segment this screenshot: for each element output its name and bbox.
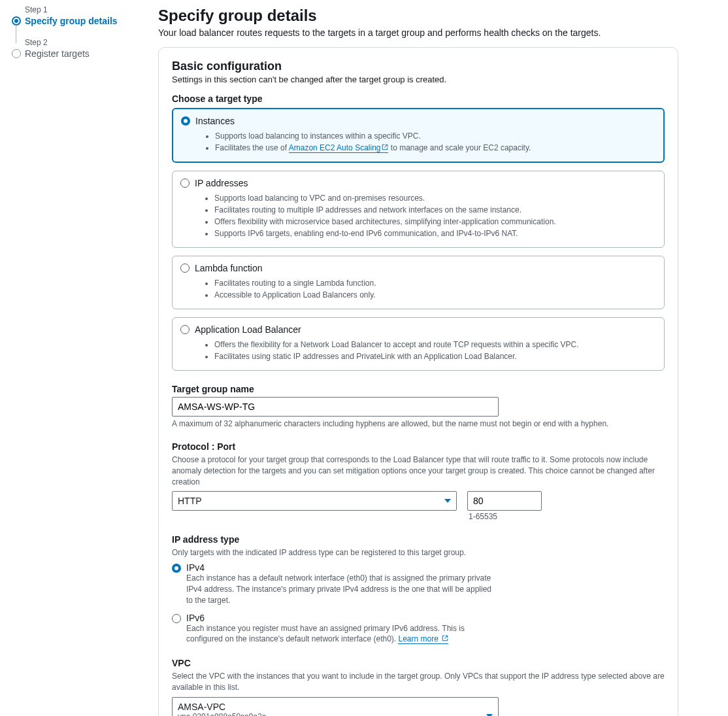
ip-type-ipv6-radio[interactable] [172, 614, 181, 623]
vpc-select-name: AMSA-VPC [178, 702, 480, 712]
basic-config-note: Settings in this section can't be change… [172, 75, 665, 84]
step-1-title: Specify group details [25, 16, 150, 26]
ip-type-ipv4-radio[interactable] [172, 564, 181, 573]
protocol-port-label: Protocol : Port [172, 441, 665, 452]
step-1-number: Step 1 [25, 5, 150, 14]
vpc-select[interactable]: AMSA-VPC vpc-0291a988e50ca9a2a IPv4 VPC … [172, 697, 499, 716]
ip-bullet-2: Facilitates routing to multiple IP addre… [214, 204, 656, 216]
step-2-indicator-icon [12, 49, 21, 58]
target-type-alb-title: Application Load Balancer [195, 324, 301, 335]
wizard-steps-sidebar: Step 1 Specify group details Step 2 Regi… [0, 0, 150, 716]
ip-type-ipv6-title: IPv6 [186, 613, 665, 623]
target-type-alb-radio[interactable] [180, 325, 190, 334]
target-type-instances-tile[interactable]: Instances Supports load balancing to ins… [172, 108, 665, 163]
port-range-help: 1-65535 [467, 512, 542, 521]
vpc-help: Select the VPC with the instances that y… [172, 671, 665, 693]
ip-address-type-help: Only targets with the indicated IP addre… [172, 547, 665, 558]
wizard-step-2[interactable]: Step 2 Register targets [12, 38, 150, 59]
ip-type-ipv4-desc: Each instance has a default network inte… [186, 573, 500, 605]
ip-bullet-3: Offers flexibility with microservice bas… [214, 216, 656, 228]
protocol-select[interactable]: HTTP [172, 491, 457, 511]
choose-target-type-label: Choose a target type [172, 94, 665, 104]
target-type-lambda-title: Lambda function [195, 263, 263, 273]
caret-down-icon [444, 499, 451, 503]
ip-type-ipv6-desc: Each instance you register must have an … [186, 623, 500, 645]
target-type-instances-radio[interactable] [181, 116, 190, 126]
target-type-lambda-tile[interactable]: Lambda function Facilitates routing to a… [172, 256, 665, 309]
target-type-instances-title: Instances [195, 116, 235, 126]
ip-type-ipv4-title: IPv4 [186, 562, 665, 573]
lambda-bullet-1: Facilitates routing to a single Lambda f… [214, 277, 656, 289]
step-2-title: Register targets [25, 48, 150, 59]
target-type-ip-title: IP addresses [195, 178, 248, 188]
instances-bullet-2: Facilitates the use of Amazon EC2 Auto S… [215, 142, 655, 154]
target-type-alb-tile[interactable]: Application Load Balancer Offers the fle… [172, 317, 665, 371]
ipv6-learn-more-link[interactable]: Learn more [398, 634, 448, 644]
basic-configuration-panel: Basic configuration Settings in this sec… [158, 47, 678, 716]
alb-bullet-1: Offers the flexibility for a Network Loa… [214, 339, 656, 350]
step-2-number: Step 2 [25, 38, 150, 47]
instances-bullet-1: Supports load balancing to instances wit… [215, 130, 655, 142]
page-title: Specify group details [158, 7, 678, 25]
protocol-select-value: HTTP [178, 496, 202, 506]
ip-type-ipv6-option[interactable]: IPv6 Each instance you register must hav… [172, 613, 665, 645]
target-group-name-help: A maximum of 32 alphanumeric characters … [172, 419, 665, 428]
wizard-step-1[interactable]: Step 1 Specify group details [12, 5, 150, 26]
target-group-name-label: Target group name [172, 384, 665, 394]
target-group-name-input[interactable] [172, 397, 499, 417]
alb-bullet-2: Facilitates using static IP addresses an… [214, 350, 656, 362]
auto-scaling-link[interactable]: Amazon EC2 Auto Scaling [289, 143, 389, 153]
vpc-select-id: vpc-0291a988e50ca9a2a [178, 712, 480, 716]
page-subtitle: Your load balancer routes requests to th… [158, 27, 678, 38]
lambda-bullet-2: Accessible to Application Load Balancers… [214, 289, 656, 301]
basic-config-heading: Basic configuration [172, 60, 665, 73]
target-type-ip-tile[interactable]: IP addresses Supports load balancing to … [172, 171, 665, 248]
external-link-icon [442, 635, 448, 641]
ip-type-ipv4-option[interactable]: IPv4 Each instance has a default network… [172, 562, 665, 605]
step-1-indicator-icon [12, 16, 21, 26]
target-type-lambda-radio[interactable] [180, 264, 190, 273]
protocol-port-help: Choose a protocol for your target group … [172, 454, 665, 487]
vpc-label: VPC [172, 658, 665, 668]
ip-bullet-4: Supports IPv6 targets, enabling end-to-e… [214, 228, 656, 239]
ip-bullet-1: Supports load balancing to VPC and on-pr… [214, 192, 656, 204]
main-content: Specify group details Your load balancer… [150, 0, 728, 716]
external-link-icon [382, 144, 388, 150]
ip-address-type-label: IP address type [172, 534, 665, 545]
port-input[interactable] [467, 491, 542, 511]
target-type-ip-radio[interactable] [180, 179, 190, 188]
